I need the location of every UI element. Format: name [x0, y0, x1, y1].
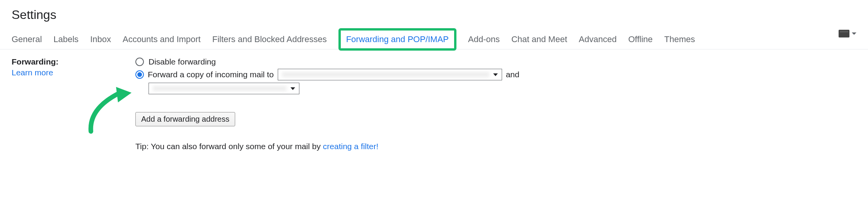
forward-action-select[interactable] — [149, 83, 299, 94]
tip-prefix: Tip: You can also forward only some of y… — [135, 142, 323, 151]
tip-text: Tip: You can also forward only some of y… — [135, 142, 856, 151]
forwarding-section-label: Forwarding: — [12, 57, 58, 66]
chevron-down-icon — [493, 73, 498, 76]
tab-general[interactable]: General — [12, 30, 42, 49]
forward-copy-radio[interactable] — [135, 70, 144, 79]
settings-content: Forwarding: Learn more Disable forwardin… — [0, 49, 868, 159]
forward-copy-row: Forward a copy of incoming mail to and — [135, 69, 856, 80]
section-sidebar: Forwarding: Learn more — [12, 57, 112, 151]
tab-accounts-and-import[interactable]: Accounts and Import — [123, 30, 201, 49]
tab-chat-and-meet[interactable]: Chat and Meet — [511, 30, 567, 49]
disable-forwarding-label: Disable forwarding — [149, 57, 216, 66]
chevron-down-icon — [852, 32, 856, 35]
and-text: and — [506, 70, 519, 79]
input-tools-dropdown[interactable] — [839, 30, 856, 37]
tab-highlight-annotation: Forwarding and POP/IMAP — [338, 28, 456, 51]
chevron-down-icon — [290, 87, 295, 90]
create-filter-link[interactable]: creating a filter! — [323, 142, 379, 151]
add-forwarding-address-button[interactable]: Add a forwarding address — [135, 112, 235, 126]
learn-more-link[interactable]: Learn more — [12, 68, 112, 77]
tab-add-ons[interactable]: Add-ons — [468, 30, 500, 49]
tab-forwarding-pop-imap[interactable]: Forwarding and POP/IMAP — [346, 34, 449, 44]
tab-offline[interactable]: Offline — [628, 30, 653, 49]
tab-advanced[interactable]: Advanced — [579, 30, 617, 49]
disable-forwarding-row: Disable forwarding — [135, 57, 856, 66]
keyboard-icon — [839, 30, 849, 37]
forwarding-settings: Disable forwarding Forward a copy of inc… — [135, 57, 856, 151]
tab-labels[interactable]: Labels — [53, 30, 79, 49]
tab-inbox[interactable]: Inbox — [90, 30, 111, 49]
redacted-value — [153, 86, 287, 91]
forward-action-row — [149, 83, 856, 94]
tab-filters-blocked[interactable]: Filters and Blocked Addresses — [212, 30, 327, 49]
page-title: Settings — [0, 0, 868, 30]
disable-forwarding-radio[interactable] — [135, 58, 144, 66]
settings-tabs: General Labels Inbox Accounts and Import… — [0, 30, 868, 49]
forward-copy-label: Forward a copy of incoming mail to — [148, 70, 274, 79]
redacted-value — [282, 72, 489, 77]
tab-themes[interactable]: Themes — [664, 30, 695, 49]
forward-address-select[interactable] — [278, 69, 502, 80]
